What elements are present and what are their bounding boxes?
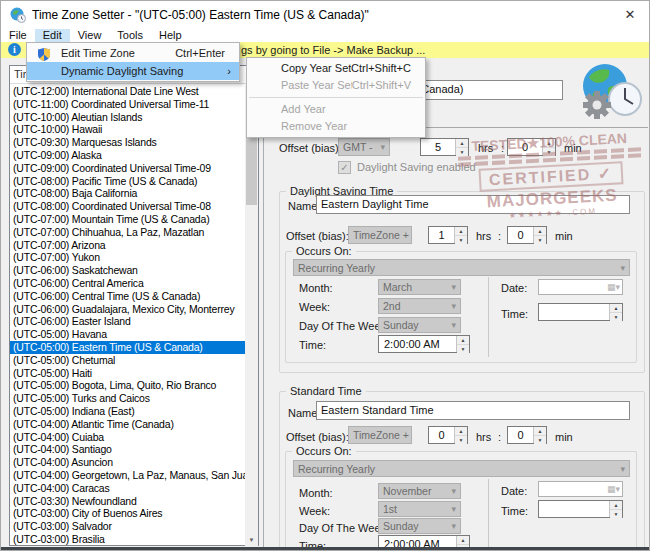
menu-item-copy-year-settings[interactable]: Copy Year SettingsCtrl+Shift+C	[247, 60, 425, 77]
close-button[interactable]: ✕	[619, 6, 641, 24]
spin-up-icon[interactable]: ▲	[610, 501, 622, 510]
list-item[interactable]: (UTC-04:00) Georgetown, La Paz, Manaus, …	[10, 469, 245, 482]
dst-recurrence-combo: Recurring Yearly▾	[293, 259, 630, 276]
spin-up-icon[interactable]: ▲	[457, 536, 469, 545]
spin-down-icon[interactable]: ▼	[534, 236, 546, 244]
list-item[interactable]: (UTC-09:00) Alaska	[10, 149, 245, 162]
std-name-field[interactable]: Eastern Standard Time	[316, 401, 630, 420]
week-label: Week:	[299, 505, 330, 517]
list-item[interactable]: (UTC-06:00) Central America	[10, 277, 245, 290]
list-item[interactable]: (UTC-03:00) City of Buenos Aires	[10, 507, 245, 520]
dst-minutes-stepper[interactable]: 0 ▲▼	[507, 226, 547, 244]
menu-file[interactable]: File	[1, 29, 35, 42]
vertical-scrollbar[interactable]: ▲ ▼	[245, 85, 258, 546]
dst-hours-stepper[interactable]: 1 ▲▼	[428, 226, 468, 244]
menu-item-edit-time-zone[interactable]: Edit Time Zone Ctrl+Enter	[27, 44, 239, 62]
spin-down-icon[interactable]: ▼	[455, 436, 467, 444]
list-item[interactable]: (UTC-05:00) Indiana (East)	[10, 405, 245, 418]
chevron-down-icon: ▾	[620, 464, 625, 474]
week-label: Week:	[299, 301, 330, 313]
list-item[interactable]: (UTC-07:00) Arizona	[10, 239, 245, 252]
list-item[interactable]: (UTC-04:00) Atlantic Time (Canada)	[10, 418, 245, 431]
app-logo-globe-gear-clock-icon	[579, 61, 643, 121]
group-title: Occurs On:	[292, 245, 356, 257]
spin-up-icon[interactable]: ▲	[534, 427, 546, 436]
scrollbar-thumb[interactable]	[246, 135, 257, 205]
day-of-week-label: Day Of The Week:	[299, 522, 389, 534]
std-zone-base-combo: TimeZone +▾	[348, 426, 412, 444]
std-date-time-stepper[interactable]: ▲▼	[538, 500, 623, 518]
list-item[interactable]: (UTC-08:00) Pacific Time (US & Canada)	[10, 175, 245, 188]
list-item[interactable]: (UTC-08:00) Baja California	[10, 187, 245, 200]
list-item[interactable]: (UTC-09:00) Coordinated Universal Time-0…	[10, 162, 245, 175]
spin-up-icon[interactable]: ▲	[457, 336, 469, 345]
spin-down-icon[interactable]: ▼	[610, 313, 622, 321]
list-item[interactable]: (UTC-07:00) Mountain Time (US & Canada)	[10, 213, 245, 226]
std-date-picker: ▦▾	[538, 481, 623, 497]
spin-up-icon[interactable]: ▲	[534, 227, 546, 236]
list-item[interactable]: (UTC-06:00) Guadalajara, Mexico City, Mo…	[10, 303, 245, 316]
column-divider	[488, 479, 489, 549]
group-title: Occurs On:	[292, 445, 356, 457]
list-item[interactable]: (UTC-12:00) International Date Line West	[10, 85, 245, 98]
list-item[interactable]: (UTC-05:00) Havana	[10, 328, 245, 341]
dst-date-time-stepper[interactable]: ▲▼	[538, 303, 623, 321]
daylight-saving-enabled-checkbox: ✓	[338, 161, 351, 174]
scroll-down-icon[interactable]: ▼	[245, 534, 258, 546]
list-item[interactable]: (UTC-09:30) Marquesas Islands	[10, 136, 245, 149]
menu-separator	[249, 97, 423, 98]
menu-view[interactable]: View	[70, 29, 110, 42]
list-item[interactable]: (UTC-10:00) Aleutian Islands	[10, 111, 245, 124]
menu-edit[interactable]: Edit	[35, 29, 70, 42]
offset-hours-stepper[interactable]: 5 ▲▼	[420, 138, 469, 156]
dds-submenu-popup: Copy Year SettingsCtrl+Shift+CPaste Year…	[246, 57, 426, 138]
list-item[interactable]: (UTC-07:00) Chihuahua, La Paz, Mazatlan	[10, 226, 245, 239]
spin-down-icon[interactable]: ▼	[534, 436, 546, 444]
spin-up-icon[interactable]: ▲	[610, 304, 622, 313]
list-item[interactable]: (UTC-06:00) Saskatchewan	[10, 264, 245, 277]
list-item[interactable]: (UTC-04:00) Santiago	[10, 443, 245, 456]
chevron-down-icon: ▾	[451, 282, 456, 292]
list-item[interactable]: (UTC-05:00) Chetumal	[10, 354, 245, 367]
list-item[interactable]: (UTC-03:00) Salvador	[10, 520, 245, 533]
list-item[interactable]: (UTC-10:00) Hawaii	[10, 123, 245, 136]
list-item[interactable]: (UTC-08:00) Coordinated Universal Time-0…	[10, 200, 245, 213]
list-item[interactable]: (UTC-04:00) Caracas	[10, 482, 245, 495]
list-item[interactable]: (UTC-03:30) Newfoundland	[10, 495, 245, 508]
std-minutes-stepper[interactable]: 0 ▲▼	[507, 426, 547, 444]
offset-minutes-stepper[interactable]: 0 ▲▼	[507, 138, 556, 156]
spin-down-icon[interactable]: ▼	[543, 148, 555, 156]
list-item[interactable]: (UTC-05:00) Turks and Caicos	[10, 392, 245, 405]
spin-down-icon[interactable]: ▼	[455, 236, 467, 244]
menu-help[interactable]: Help	[151, 29, 190, 42]
list-item[interactable]: (UTC-06:00) Easter Island	[10, 315, 245, 328]
chevron-down-icon: ▾	[451, 504, 456, 514]
std-hours-stepper[interactable]: 0 ▲▼	[428, 426, 468, 444]
list-item[interactable]: (UTC-05:00) Bogota, Lima, Quito, Rio Bra…	[10, 379, 245, 392]
list-item[interactable]: (UTC-05:00) Eastern Time (US & Canada)	[10, 341, 245, 354]
calendar-icon: ▦	[607, 282, 616, 292]
std-offset-label: Offset (bias):	[286, 431, 349, 443]
menu-tools[interactable]: Tools	[109, 29, 151, 42]
spin-up-icon[interactable]: ▲	[455, 227, 467, 236]
list-item[interactable]: (UTC-03:00) Brasilia	[10, 533, 245, 545]
spin-up-icon[interactable]: ▲	[455, 427, 467, 436]
list-item[interactable]: (UTC-11:00) Coordinated Universal Time-1…	[10, 98, 245, 111]
spin-down-icon[interactable]: ▼	[610, 510, 622, 518]
spin-down-icon[interactable]: ▼	[457, 345, 469, 353]
list-item[interactable]: (UTC-04:00) Cuiaba	[10, 431, 245, 444]
spin-up-icon[interactable]: ▲	[543, 139, 555, 148]
list-item[interactable]: (UTC-04:00) Asuncion	[10, 456, 245, 469]
info-bar-text: gs by going to File -> Make Backup ...	[241, 44, 425, 56]
dst-time-stepper[interactable]: 2:00:00 AM ▲▼	[378, 335, 470, 353]
list-item[interactable]: (UTC-07:00) Yukon	[10, 251, 245, 264]
spin-down-icon[interactable]: ▼	[456, 148, 468, 156]
dst-name-field[interactable]: Eastern Daylight Time	[316, 195, 630, 214]
menu-item-dynamic-daylight-saving[interactable]: Dynamic Daylight Saving ›	[27, 62, 239, 80]
spin-up-icon[interactable]: ▲	[456, 139, 468, 148]
calendar-icon: ▦	[607, 484, 616, 494]
dst-date-picker: ▦▾	[538, 279, 623, 295]
list-item[interactable]: (UTC-05:00) Haiti	[10, 367, 245, 380]
time-label: Time:	[299, 339, 326, 351]
list-item[interactable]: (UTC-06:00) Central Time (US & Canada)	[10, 290, 245, 303]
